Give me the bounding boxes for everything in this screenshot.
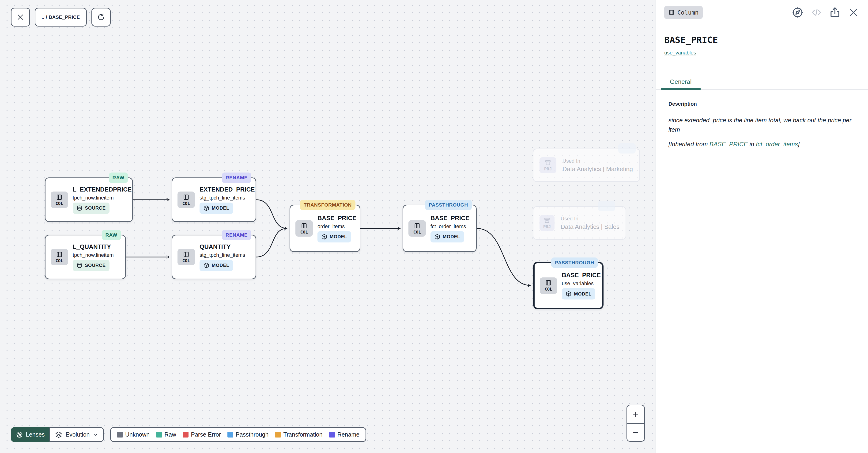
legend-item: Rename xyxy=(329,431,360,438)
navigate-compass-button[interactable] xyxy=(792,6,804,19)
edge xyxy=(477,228,530,285)
columns-icon xyxy=(183,194,189,200)
node-title: L_QUANTITY xyxy=(73,243,111,250)
legend-swatch xyxy=(117,432,123,437)
panel-tabs: General xyxy=(656,76,868,90)
node-subtitle: use_variables xyxy=(562,281,594,287)
lineage-kind-badge: RENAME xyxy=(222,172,251,183)
node-subtitle: tpch_now.lineitem xyxy=(73,252,114,258)
details-panel: Column BASE_PRICE use_variables General … xyxy=(656,0,868,453)
legend-swatch xyxy=(156,432,162,437)
used-in-card-sales[interactable]: PRJ Used In Data Analytics | Sales xyxy=(533,206,626,239)
lenses-button[interactable]: Lenses xyxy=(11,427,50,442)
columns-icon xyxy=(545,280,552,286)
description-section: Description since extended_price is the … xyxy=(669,101,858,148)
tab-general[interactable]: General xyxy=(661,76,701,90)
edge xyxy=(256,228,287,257)
model-chip: MODEL xyxy=(431,231,464,243)
close-icon xyxy=(17,13,24,21)
project-tag: PRJ xyxy=(539,215,555,231)
model-chip: MODEL xyxy=(199,203,233,214)
columns-icon xyxy=(183,251,189,258)
node-title: BASE_PRICE xyxy=(317,215,356,222)
ghost-badge xyxy=(618,143,636,153)
cube-icon xyxy=(321,234,327,240)
node-l-extendedprice[interactable]: RAW COL L_EXTENDEDPRICE tpch_now.lineite… xyxy=(45,177,133,222)
ghost-badge xyxy=(598,201,615,211)
lens-select-evolution[interactable]: Evolution xyxy=(50,427,104,442)
node-title: EXTENDED_PRICE xyxy=(199,186,255,193)
column-tag: COL xyxy=(178,249,195,265)
view-code-button[interactable] xyxy=(811,7,822,18)
columns-icon xyxy=(301,223,307,229)
model-chip: MODEL xyxy=(317,231,351,243)
column-tag: COL xyxy=(51,192,68,208)
node-base-price-order-items[interactable]: TRANSFORMATION COL BASE_PRICE order_item… xyxy=(289,205,361,252)
node-quantity[interactable]: RENAME COL QUANTITY stg_tpch_line_items … xyxy=(172,235,256,279)
columns-icon xyxy=(669,9,675,16)
legend-swatch xyxy=(183,432,188,437)
chevron-down-icon xyxy=(93,432,98,437)
node-subtitle: stg_tpch_line_items xyxy=(199,195,245,201)
panel-header: Column xyxy=(656,0,868,25)
columns-icon xyxy=(56,194,63,200)
source-chip: SOURCE xyxy=(73,203,110,214)
lineage-kind-badge: RENAME xyxy=(222,230,251,240)
column-tag: COL xyxy=(540,278,557,294)
lineage-kind-badge: TRANSFORMATION xyxy=(300,200,355,210)
inherited-column-link[interactable]: BASE_PRICE xyxy=(710,141,748,148)
node-subtitle: fct_order_items xyxy=(431,223,466,230)
zoom-in-button[interactable]: + xyxy=(627,405,644,423)
zoom-out-button[interactable]: − xyxy=(627,423,644,441)
legend-item: Raw xyxy=(156,431,176,438)
legend-item: Parse Error xyxy=(183,431,221,438)
archive-icon xyxy=(544,217,550,224)
close-icon xyxy=(848,7,859,18)
node-subtitle: tpch_now.lineitem xyxy=(73,195,114,201)
model-link[interactable]: use_variables xyxy=(664,50,696,56)
column-tag: COL xyxy=(296,220,313,236)
column-tag: COL xyxy=(408,220,426,236)
inherited-model-link[interactable]: fct_order_items xyxy=(756,141,798,148)
description-text: since extended_price is the line item to… xyxy=(669,115,858,135)
cube-icon xyxy=(203,205,209,211)
share-button[interactable] xyxy=(829,6,841,18)
legend-item: Transformation xyxy=(275,431,322,438)
column-tag: COL xyxy=(178,192,195,208)
project-tag: PRJ xyxy=(539,157,556,173)
panel-title: BASE_PRICE xyxy=(664,35,718,45)
node-title: QUANTITY xyxy=(199,243,231,250)
used-in-name: Data Analytics | Sales xyxy=(561,223,619,230)
node-subtitle: order_items xyxy=(317,223,345,230)
legend-swatch xyxy=(227,432,233,437)
used-in-card-marketing[interactable]: PRJ Used In Data Analytics | Marketing xyxy=(533,148,640,182)
used-in-name: Data Analytics | Marketing xyxy=(562,166,633,173)
columns-icon xyxy=(414,223,421,229)
node-title: BASE_PRICE xyxy=(562,272,601,279)
description-label: Description xyxy=(669,101,858,107)
close-lineage-button[interactable] xyxy=(11,8,30,27)
refresh-button[interactable] xyxy=(91,8,111,27)
legend-item: Unknown xyxy=(117,431,150,438)
entity-type-badge: Column xyxy=(664,6,703,19)
share-icon xyxy=(829,6,841,18)
node-title: L_EXTENDEDPRICE xyxy=(73,186,131,193)
cube-icon xyxy=(434,234,440,240)
source-chip: SOURCE xyxy=(73,260,110,271)
edge xyxy=(256,200,287,228)
lineage-kind-badge: RAW xyxy=(109,172,128,183)
database-icon xyxy=(76,262,83,268)
node-extended-price[interactable]: RENAME COL EXTENDED_PRICE stg_tpch_line_… xyxy=(172,177,256,222)
node-base-price-use-variables-selected[interactable]: PASSTHROUGH COL BASE_PRICE use_variables… xyxy=(533,262,603,309)
layers-icon xyxy=(55,431,62,438)
node-l-quantity[interactable]: RAW COL L_QUANTITY tpch_now.lineitem SOU… xyxy=(45,235,126,279)
lineage-app: .. / BASE_PRICE RAW COL L_EXTENDEDPRICE … xyxy=(0,0,868,453)
zoom-controls: + − xyxy=(626,405,645,442)
breadcrumb[interactable]: .. / BASE_PRICE xyxy=(35,8,87,27)
node-base-price-fct-order-items[interactable]: PASSTHROUGH COL BASE_PRICE fct_order_ite… xyxy=(403,205,477,252)
node-subtitle: stg_tpch_line_items xyxy=(199,252,245,258)
lineage-canvas[interactable]: .. / BASE_PRICE RAW COL L_EXTENDEDPRICE … xyxy=(0,0,656,453)
close-panel-button[interactable] xyxy=(848,7,859,18)
node-title: BASE_PRICE xyxy=(431,215,469,222)
cube-icon xyxy=(203,262,209,268)
